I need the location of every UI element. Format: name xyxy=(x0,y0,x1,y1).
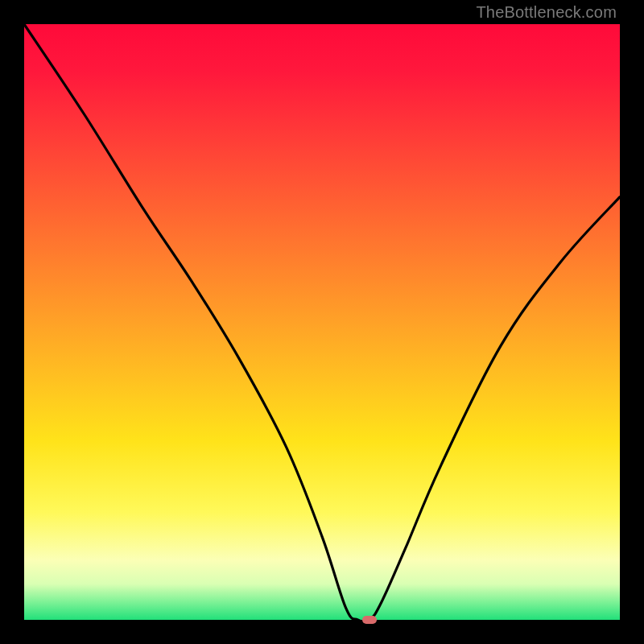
bottleneck-curve xyxy=(24,24,620,620)
chart-frame: TheBottleneck.com xyxy=(0,0,644,644)
optimal-marker xyxy=(362,616,377,624)
watermark-text: TheBottleneck.com xyxy=(476,3,617,22)
plot-area xyxy=(24,24,620,620)
